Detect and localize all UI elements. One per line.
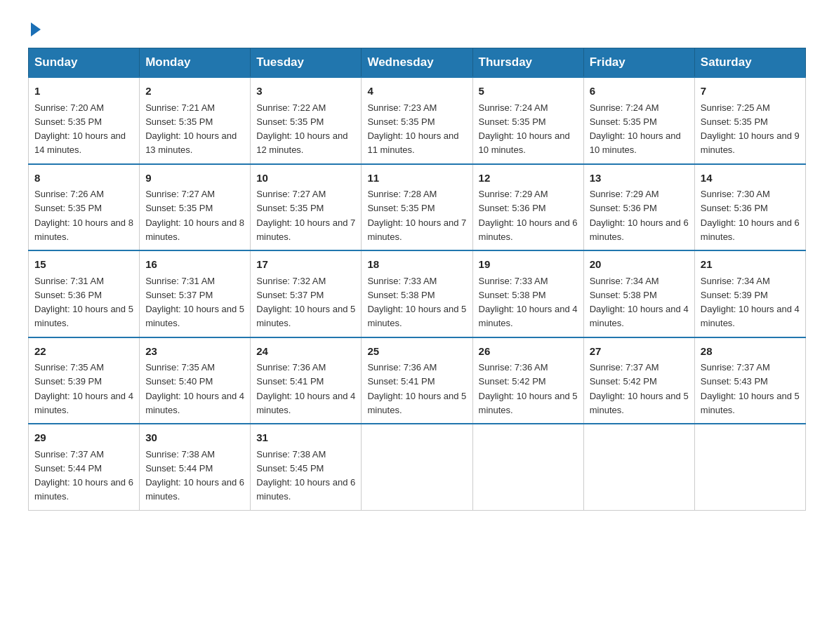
day-number: 8 (34, 170, 133, 187)
day-daylight: Daylight: 10 hours and 5 minutes. (367, 304, 466, 328)
day-daylight: Daylight: 10 hours and 5 minutes. (479, 391, 578, 415)
day-sunrise: Sunrise: 7:22 AM (256, 102, 326, 113)
day-sunset: Sunset: 5:35 PM (701, 116, 768, 127)
calendar-day-cell: 29 Sunrise: 7:37 AM Sunset: 5:44 PM Dayl… (29, 424, 140, 510)
day-sunrise: Sunrise: 7:36 AM (479, 362, 548, 373)
calendar-day-cell: 21 Sunrise: 7:34 AM Sunset: 5:39 PM Dayl… (694, 250, 805, 337)
day-daylight: Daylight: 10 hours and 5 minutes. (34, 304, 133, 328)
day-of-week-header: Monday (140, 48, 251, 78)
calendar-day-cell: 9 Sunrise: 7:27 AM Sunset: 5:35 PM Dayli… (140, 164, 251, 251)
day-number: 24 (256, 344, 355, 360)
calendar-day-cell: 20 Sunrise: 7:34 AM Sunset: 5:38 PM Dayl… (583, 250, 694, 337)
day-sunset: Sunset: 5:44 PM (145, 463, 213, 474)
day-sunset: Sunset: 5:45 PM (256, 463, 324, 474)
day-sunrise: Sunrise: 7:24 AM (590, 102, 659, 113)
day-daylight: Daylight: 10 hours and 8 minutes. (145, 217, 244, 242)
day-daylight: Daylight: 10 hours and 4 minutes. (34, 391, 133, 415)
calendar-day-cell: 18 Sunrise: 7:33 AM Sunset: 5:38 PM Dayl… (362, 250, 472, 337)
calendar-header-row: SundayMondayTuesdayWednesdayThursdayFrid… (29, 48, 806, 78)
page-header (28, 21, 806, 34)
day-sunrise: Sunrise: 7:31 AM (145, 276, 215, 286)
day-sunrise: Sunrise: 7:29 AM (590, 189, 659, 199)
day-of-week-header: Thursday (472, 48, 583, 78)
day-sunrise: Sunrise: 7:34 AM (590, 276, 659, 286)
calendar-week-row: 29 Sunrise: 7:37 AM Sunset: 5:44 PM Dayl… (29, 424, 806, 510)
calendar-body: 1 Sunrise: 7:20 AM Sunset: 5:35 PM Dayli… (29, 77, 806, 510)
day-sunrise: Sunrise: 7:31 AM (34, 276, 104, 286)
day-sunrise: Sunrise: 7:26 AM (34, 189, 104, 199)
calendar-week-row: 8 Sunrise: 7:26 AM Sunset: 5:35 PM Dayli… (29, 164, 806, 251)
day-daylight: Daylight: 10 hours and 6 minutes. (479, 217, 578, 242)
day-daylight: Daylight: 10 hours and 4 minutes. (590, 304, 689, 328)
day-daylight: Daylight: 10 hours and 5 minutes. (590, 391, 689, 415)
calendar-day-cell: 30 Sunrise: 7:38 AM Sunset: 5:44 PM Dayl… (140, 424, 251, 510)
day-daylight: Daylight: 10 hours and 10 minutes. (590, 130, 681, 155)
day-number: 6 (590, 83, 689, 100)
day-number: 12 (479, 170, 578, 187)
day-sunrise: Sunrise: 7:38 AM (145, 449, 215, 459)
day-sunrise: Sunrise: 7:27 AM (145, 189, 215, 199)
day-daylight: Daylight: 10 hours and 6 minutes. (34, 477, 133, 502)
calendar-day-cell: 26 Sunrise: 7:36 AM Sunset: 5:42 PM Dayl… (472, 337, 583, 424)
day-number: 9 (145, 170, 244, 187)
day-sunset: Sunset: 5:36 PM (701, 203, 768, 213)
day-daylight: Daylight: 10 hours and 6 minutes. (701, 217, 800, 242)
day-sunset: Sunset: 5:37 PM (145, 290, 213, 300)
day-sunrise: Sunrise: 7:37 AM (701, 362, 770, 373)
day-sunrise: Sunrise: 7:35 AM (145, 362, 215, 373)
day-sunrise: Sunrise: 7:21 AM (145, 102, 215, 113)
calendar-day-cell: 23 Sunrise: 7:35 AM Sunset: 5:40 PM Dayl… (140, 337, 251, 424)
day-sunset: Sunset: 5:41 PM (256, 376, 324, 387)
day-daylight: Daylight: 10 hours and 7 minutes. (256, 217, 355, 242)
day-sunset: Sunset: 5:40 PM (145, 376, 213, 387)
calendar-day-cell: 3 Sunrise: 7:22 AM Sunset: 5:35 PM Dayli… (251, 77, 362, 164)
day-number: 10 (256, 170, 355, 187)
calendar-day-cell: 22 Sunrise: 7:35 AM Sunset: 5:39 PM Dayl… (29, 337, 140, 424)
day-sunset: Sunset: 5:35 PM (367, 116, 435, 127)
day-sunset: Sunset: 5:35 PM (256, 203, 324, 213)
day-sunset: Sunset: 5:42 PM (479, 376, 546, 387)
day-sunrise: Sunrise: 7:30 AM (701, 189, 770, 199)
calendar-day-cell: 12 Sunrise: 7:29 AM Sunset: 5:36 PM Dayl… (472, 164, 583, 251)
day-sunrise: Sunrise: 7:35 AM (34, 362, 104, 373)
day-daylight: Daylight: 10 hours and 8 minutes. (34, 217, 133, 242)
day-sunset: Sunset: 5:35 PM (34, 116, 102, 127)
calendar-day-cell: 11 Sunrise: 7:28 AM Sunset: 5:35 PM Dayl… (362, 164, 472, 251)
calendar-day-cell: 1 Sunrise: 7:20 AM Sunset: 5:35 PM Dayli… (29, 77, 140, 164)
day-sunrise: Sunrise: 7:36 AM (256, 362, 326, 373)
day-number: 4 (367, 83, 466, 100)
day-daylight: Daylight: 10 hours and 4 minutes. (479, 304, 578, 328)
calendar-day-cell: 27 Sunrise: 7:37 AM Sunset: 5:42 PM Dayl… (583, 337, 694, 424)
day-sunrise: Sunrise: 7:29 AM (479, 189, 548, 199)
calendar-day-cell: 15 Sunrise: 7:31 AM Sunset: 5:36 PM Dayl… (29, 250, 140, 337)
day-sunrise: Sunrise: 7:37 AM (590, 362, 659, 373)
logo-arrow-icon (31, 22, 41, 36)
day-number: 7 (701, 83, 800, 100)
day-of-week-header: Saturday (694, 48, 805, 78)
day-sunset: Sunset: 5:35 PM (34, 203, 102, 213)
day-of-week-header: Sunday (29, 48, 140, 78)
day-daylight: Daylight: 10 hours and 10 minutes. (479, 130, 570, 155)
calendar-day-cell: 7 Sunrise: 7:25 AM Sunset: 5:35 PM Dayli… (694, 77, 805, 164)
calendar-day-cell: 13 Sunrise: 7:29 AM Sunset: 5:36 PM Dayl… (583, 164, 694, 251)
day-number: 29 (34, 430, 133, 446)
day-number: 31 (256, 430, 355, 446)
day-of-week-header: Wednesday (362, 48, 472, 78)
day-sunset: Sunset: 5:39 PM (34, 376, 102, 387)
day-sunset: Sunset: 5:35 PM (590, 116, 657, 127)
calendar-week-row: 22 Sunrise: 7:35 AM Sunset: 5:39 PM Dayl… (29, 337, 806, 424)
day-sunset: Sunset: 5:39 PM (701, 290, 768, 300)
day-number: 3 (256, 83, 355, 100)
day-number: 22 (34, 344, 133, 360)
calendar-day-cell: 25 Sunrise: 7:36 AM Sunset: 5:41 PM Dayl… (362, 337, 472, 424)
calendar-day-cell: 31 Sunrise: 7:38 AM Sunset: 5:45 PM Dayl… (251, 424, 362, 510)
day-sunrise: Sunrise: 7:24 AM (479, 102, 548, 113)
day-daylight: Daylight: 10 hours and 5 minutes. (145, 304, 244, 328)
day-number: 25 (367, 344, 466, 360)
calendar-day-cell (362, 424, 472, 510)
day-daylight: Daylight: 10 hours and 6 minutes. (256, 477, 355, 502)
day-daylight: Daylight: 10 hours and 6 minutes. (145, 477, 244, 502)
day-daylight: Daylight: 10 hours and 13 minutes. (145, 130, 237, 155)
calendar-day-cell: 19 Sunrise: 7:33 AM Sunset: 5:38 PM Dayl… (472, 250, 583, 337)
day-sunrise: Sunrise: 7:32 AM (256, 276, 326, 286)
